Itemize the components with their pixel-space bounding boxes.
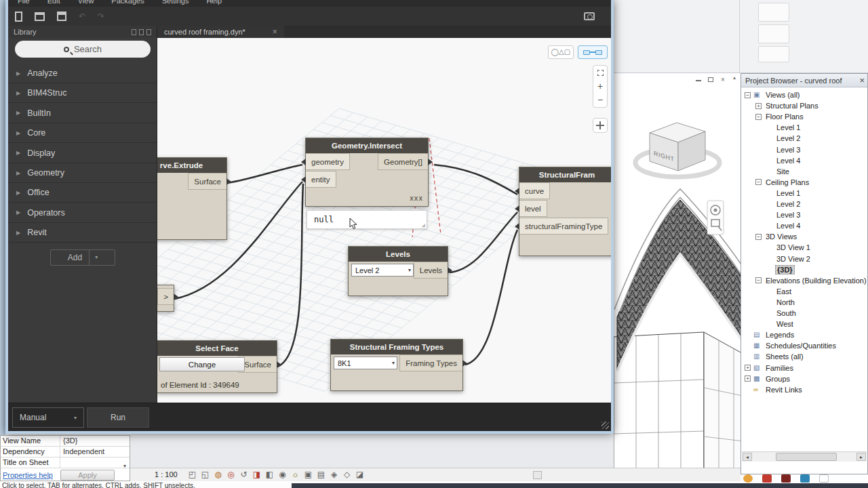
project-browser-titlebar[interactable]: Project Browser - curved roof ×: [741, 74, 867, 87]
collapse-box[interactable]: −: [755, 114, 762, 120]
property-value[interactable]: [60, 458, 130, 468]
tree-item-level-3[interactable]: Level 3: [742, 144, 867, 155]
minimize-view-button[interactable]: [693, 76, 704, 85]
tree-item-families[interactable]: +▧Families: [742, 363, 867, 373]
expand-box[interactable]: +: [755, 103, 762, 109]
tree-item-site[interactable]: Site: [742, 166, 867, 177]
tree-item-level-1[interactable]: Level 1: [742, 122, 867, 133]
chevron-down-icon[interactable]: ▾: [123, 463, 126, 469]
sidebar-item-geometry[interactable]: ▶Geometry: [8, 163, 157, 183]
detail-level-icon[interactable]: ◱: [200, 470, 210, 480]
expand-caret-icon[interactable]: ▴: [733, 75, 736, 81]
tree-item-views-all[interactable]: −▣Views (all): [742, 89, 867, 100]
rendering-icon[interactable]: ↺: [239, 470, 249, 480]
sidebar-item-office[interactable]: ▶Office: [8, 183, 157, 203]
output-port-geometry[interactable]: Geometry[]: [378, 153, 428, 170]
sidebar-item-core[interactable]: ▶Core: [8, 123, 157, 143]
undo-icon[interactable]: ↶: [79, 12, 85, 21]
tree-item-level-4[interactable]: Level 4: [742, 155, 867, 166]
apply-button[interactable]: Apply: [60, 470, 115, 481]
properties-help-link[interactable]: Properties help: [3, 471, 53, 479]
close-icon[interactable]: ×: [859, 74, 865, 87]
taskbar-app-2[interactable]: [762, 474, 772, 483]
menu-view[interactable]: View: [78, 0, 94, 7]
input-port-entity[interactable]: entity: [306, 171, 336, 188]
tree-item-west[interactable]: West: [742, 319, 867, 329]
expand-box[interactable]: +: [745, 365, 751, 371]
node-select-face[interactable]: Select FaceSurfaceChangeof Element Id : …: [157, 340, 277, 393]
node-title[interactable]: Levels: [349, 247, 448, 262]
pan-button[interactable]: [593, 118, 608, 133]
property-value[interactable]: {3D}: [60, 436, 130, 446]
collapse-box[interactable]: −: [755, 179, 762, 185]
workspace-tab[interactable]: curved roof framing.dyn* ×: [157, 26, 284, 38]
node-view-toggle[interactable]: [578, 45, 608, 59]
tree-item-level-3[interactable]: Level 3: [742, 209, 867, 220]
tree-item-east[interactable]: East: [742, 286, 867, 297]
lacing-label[interactable]: xxx: [410, 195, 423, 202]
new-file-icon[interactable]: [15, 12, 22, 22]
output-port-surface[interactable]: Surface: [188, 173, 226, 190]
sidebar-item-bim4struc[interactable]: ▶BIM4Struc: [8, 83, 157, 103]
tree-item-floor-plans[interactable]: −Floor Plans: [742, 111, 867, 122]
input-port-level[interactable]: level: [519, 200, 547, 217]
node-curve-extrude[interactable]: rve.ExtrudenSurface: [157, 157, 227, 240]
geometry-preview-toggle[interactable]: ◯△▢: [548, 45, 574, 59]
node-title[interactable]: Structural Framing Types: [331, 340, 462, 354]
node-title[interactable]: Select Face: [157, 341, 277, 356]
run-mode-dropdown[interactable]: Manual ▾: [12, 407, 84, 428]
node-structural-framing-types[interactable]: Structural Framing TypesFraming Types8K1…: [330, 339, 463, 391]
input-port-curve[interactable]: curve: [519, 182, 550, 199]
tree-item-level-1[interactable]: Level 1: [742, 188, 867, 199]
redo-icon[interactable]: ↷: [98, 12, 104, 21]
view-scale-label[interactable]: 1 : 100: [155, 470, 178, 479]
output-port-framing-types[interactable]: Framing Types: [399, 354, 462, 371]
sun-path-icon[interactable]: ◍: [213, 470, 223, 480]
output-port-[interactable]: >: [157, 288, 174, 305]
property-row-title-on-sheet[interactable]: Title on Sheet: [1, 458, 130, 468]
output-port-levels[interactable]: Levels: [414, 262, 448, 279]
restore-view-button[interactable]: [705, 76, 716, 85]
save-file-icon[interactable]: [57, 12, 66, 21]
tree-item-3d-views[interactable]: −3D Views: [742, 231, 867, 242]
tree-item-ceiling-plans[interactable]: −Ceiling Plans: [742, 177, 867, 188]
sidebar-item-revit[interactable]: ▶Revit: [8, 223, 157, 243]
tree-item-north[interactable]: North: [742, 297, 867, 308]
node-code-block[interactable]: >: [157, 285, 174, 312]
close-tab-icon[interactable]: ×: [273, 27, 277, 37]
node-structural-framing-beam[interactable]: StructuralFramcurvelevelstructuralFramin…: [519, 167, 611, 256]
node-title[interactable]: Geometry.Intersect: [306, 138, 428, 153]
close-view-button[interactable]: ×: [717, 76, 728, 85]
zoom-in-icon[interactable]: +: [597, 83, 603, 89]
temporary-view-properties-icon[interactable]: ▤: [316, 470, 326, 480]
tree-item-3d[interactable]: {3D}: [742, 264, 867, 275]
property-row-dependency[interactable]: DependencyIndependent: [1, 447, 130, 458]
worksharing-display-icon[interactable]: ▣: [303, 470, 313, 480]
tree-item-groups[interactable]: +▩Groups: [742, 373, 867, 384]
input-port-structuralframingtype[interactable]: structuralFramingType: [519, 218, 608, 235]
crop-view-icon[interactable]: ◨: [252, 470, 262, 480]
library-layout-icon[interactable]: [139, 29, 144, 35]
property-value[interactable]: Independent: [60, 447, 130, 457]
menu-settings[interactable]: Settings: [162, 0, 189, 7]
tree-item-revit-links[interactable]: ∞Revit Links: [742, 384, 867, 395]
library-layout-icon[interactable]: [132, 29, 136, 35]
taskbar-app-1[interactable]: [743, 474, 753, 483]
tree-item-3d-view-2[interactable]: 3D View 2: [742, 253, 867, 264]
tree-item-structural-plans[interactable]: +Structural Plans: [742, 100, 867, 111]
search-input[interactable]: Search: [15, 41, 151, 58]
zoom-out-icon[interactable]: −: [597, 96, 603, 103]
menu-help[interactable]: Help: [206, 0, 222, 7]
node-levels[interactable]: LevelsLevelsLevel 2▾: [348, 246, 448, 296]
collapse-box[interactable]: −: [755, 277, 762, 283]
sidebar-item-display[interactable]: ▶Display: [8, 144, 157, 163]
taskbar-app-3[interactable]: [781, 474, 791, 483]
export-image-icon[interactable]: [584, 12, 595, 20]
horizontal-scrollbar[interactable]: ◂ ▸: [742, 451, 867, 462]
input-port-geometry[interactable]: geometry: [306, 153, 350, 170]
taskbar-app-4[interactable]: [800, 474, 810, 483]
levels-dropdown[interactable]: Level 2▾: [351, 264, 414, 277]
visual-style-icon[interactable]: ◰: [187, 470, 197, 480]
change-button[interactable]: Change: [159, 357, 245, 371]
reveal-hidden-elements-icon[interactable]: ☼: [290, 470, 300, 480]
